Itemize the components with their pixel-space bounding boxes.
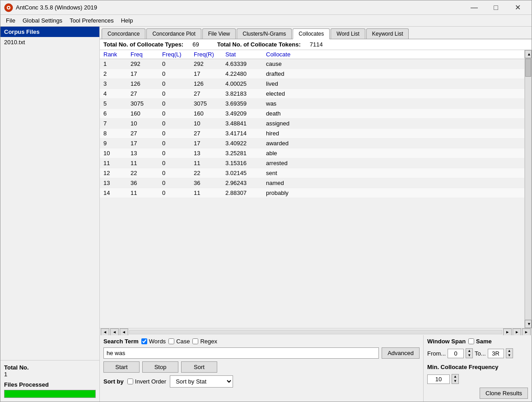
to-spinner[interactable]: ▲ ▼ [506,348,513,358]
start-button[interactable]: Start [103,361,140,373]
table-wrapper[interactable]: Rank Freq Freq(L) Freq(R) Stat Collocate… [100,50,524,328]
cell-stat: 3.40922 [222,138,262,148]
close-button[interactable]: ✕ [507,0,528,15]
sort-button[interactable]: Sort [181,361,217,373]
cell-stat: 4.22480 [222,69,262,79]
cell-freqR: 11 [190,158,222,168]
invert-order-group[interactable]: Invert Order [127,378,166,385]
tab-file-view[interactable]: File View [202,28,236,39]
col-freql: Freq(L) [159,50,190,59]
table-row[interactable]: 10130133.25281able [100,148,524,158]
menu-tool-preferences[interactable]: Tool Preferences [66,16,117,25]
scroll-track[interactable] [525,58,532,320]
cell-stat: 3.41714 [222,128,262,138]
case-checkbox[interactable] [168,338,174,344]
hscroll-right-arrow[interactable]: ► [522,328,531,336]
table-row[interactable]: 11110113.15316arrested [100,158,524,168]
case-label: Case [176,338,190,345]
search-term-row: Search Term Words Case Regex [103,338,420,345]
col-rank: Rank [100,50,127,59]
tab-concordance[interactable]: Concordance [102,28,145,39]
from-input[interactable] [448,349,464,358]
regex-label: Regex [200,338,217,345]
from-down-arrow[interactable]: ▼ [466,353,472,358]
search-input-row: Advanced [103,347,420,359]
tab-concordance-plot[interactable]: Concordance Plot [146,28,201,39]
content-area: Concordance Concordance Plot File View C… [100,27,532,402]
hscroll-step-left2[interactable]: ◄ [120,328,128,336]
from-label: From... [427,350,446,357]
min-freq-up-arrow[interactable]: ▲ [452,374,458,379]
same-checkbox[interactable] [468,338,474,344]
cell-freqL: 0 [159,108,190,118]
same-checkbox-group[interactable]: Same [468,338,492,345]
cell-stat: 3.82183 [222,88,262,98]
table-row[interactable]: 616001603.49209death [100,108,524,118]
window-span-row: Window Span Same [427,338,528,345]
invert-order-checkbox[interactable] [127,379,133,384]
hscroll-track[interactable] [129,330,502,334]
vertical-scrollbar[interactable]: ▲ ▼ [524,50,532,328]
tab-clusters-ngrams[interactable]: Clusters/N-Grams [237,28,292,39]
words-checkbox[interactable] [141,338,147,344]
menu-global-settings[interactable]: Global Settings [19,16,66,25]
tab-collocates[interactable]: Collocates [293,28,330,39]
menu-file[interactable]: File [2,16,19,25]
table-row[interactable]: 2170174.22480drafted [100,69,524,79]
scroll-down-arrow[interactable]: ▼ [525,320,532,328]
tab-word-list[interactable]: Word List [331,28,365,39]
menu-help[interactable]: Help [117,16,137,25]
cell-stat: 3.15316 [222,158,262,168]
table-row[interactable]: 14110112.88307probably [100,188,524,198]
maximize-button[interactable]: □ [485,0,506,15]
table-row[interactable]: 13360362.96243named [100,178,524,188]
to-down-arrow[interactable]: ▼ [506,353,513,358]
table-section: Rank Freq Freq(L) Freq(R) Stat Collocate… [100,50,532,328]
to-up-arrow[interactable]: ▲ [506,349,513,353]
clone-results-button[interactable]: Clone Results [480,388,528,399]
cell-freq: 22 [127,168,159,178]
table-row[interactable]: 12220223.02145sent [100,168,524,178]
corpus-file-item[interactable]: 2010.txt [0,37,99,47]
table-row[interactable]: 8270273.41714hired [100,128,524,138]
cell-freq: 11 [127,158,159,168]
hscroll-step-right[interactable]: ► [503,328,512,336]
horizontal-scrollbar[interactable]: ◄ ◄ ◄ ► ► ► [100,328,532,335]
cell-freqL: 0 [159,178,190,188]
cell-collocate: sent [262,168,524,178]
table-row[interactable]: 129202924.63339cause [100,59,524,69]
from-up-arrow[interactable]: ▲ [466,349,472,353]
hscroll-step-right2[interactable]: ► [513,328,521,336]
table-row[interactable]: 312601264.00025lived [100,79,524,88]
table-row[interactable]: 4270273.82183elected [100,88,524,98]
min-freq-down-arrow[interactable]: ▼ [452,379,458,384]
min-freq-input[interactable] [427,374,450,384]
tab-keyword-list[interactable]: Keyword List [366,28,409,39]
window-controls: — □ ✕ [464,0,528,15]
stop-button[interactable]: Stop [142,361,178,373]
hscroll-step-left[interactable]: ◄ [110,328,119,336]
case-checkbox-group[interactable]: Case [168,338,190,345]
cell-freqR: 160 [190,108,222,118]
advanced-button[interactable]: Advanced [382,347,420,359]
cell-collocate: arrested [262,158,524,168]
scroll-up-arrow[interactable]: ▲ [525,50,532,58]
sort-dropdown[interactable]: Sort by StatSort by FreqSort by Freq(L)S… [170,375,233,388]
minimize-button[interactable]: — [464,0,485,15]
cell-freqL: 0 [159,79,190,88]
from-spinner[interactable]: ▲ ▼ [466,348,473,358]
search-input[interactable] [103,347,379,359]
col-freq: Freq [127,50,159,59]
cell-collocate: drafted [262,69,524,79]
regex-checkbox[interactable] [192,338,198,344]
scroll-thumb[interactable] [525,59,531,77]
regex-checkbox-group[interactable]: Regex [192,338,217,345]
words-checkbox-group[interactable]: Words [141,338,166,345]
table-row[interactable]: 7100103.48841assigned [100,118,524,128]
hscroll-left-arrow[interactable]: ◄ [101,328,109,336]
table-row[interactable]: 53075030753.69359was [100,98,524,108]
min-freq-spinner[interactable]: ▲ ▼ [452,374,459,384]
sidebar: Corpus Files 2010.txt Total No. 1 Files … [0,27,100,402]
table-row[interactable]: 9170173.40922awarded [100,138,524,148]
to-input[interactable] [488,349,504,358]
